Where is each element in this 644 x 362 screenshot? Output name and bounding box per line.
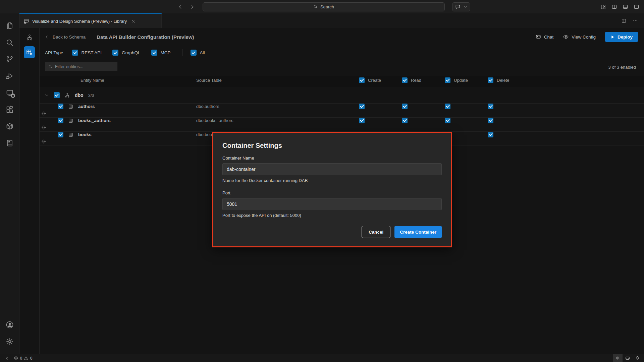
checkbox-create-all[interactable] xyxy=(359,77,365,83)
checkbox-create[interactable] xyxy=(359,118,365,123)
play-icon xyxy=(610,35,615,39)
rest-api-label[interactable]: REST API xyxy=(82,50,102,55)
view-config-label: View Config xyxy=(572,35,596,40)
checkbox-read-all[interactable] xyxy=(402,77,408,83)
dab-config-tab-selected[interactable] xyxy=(24,46,35,58)
copilot-chat-button[interactable] xyxy=(452,2,470,11)
nav-forward-icon[interactable] xyxy=(188,3,195,10)
graphql-label[interactable]: GraphQL xyxy=(122,50,141,55)
view-config-button[interactable]: View Config xyxy=(563,34,596,40)
command-center-search[interactable]: Search xyxy=(203,2,445,11)
create-container-button[interactable]: Create Container xyxy=(394,226,442,238)
checkbox-delete[interactable] xyxy=(488,104,493,109)
checkbox-read[interactable] xyxy=(402,118,408,123)
status-bar: 0 0 xyxy=(0,354,644,362)
copilot-status-icon[interactable] xyxy=(623,354,633,362)
entity-name: books xyxy=(78,132,92,137)
all-label[interactable]: All xyxy=(200,50,205,55)
checkbox-read[interactable] xyxy=(402,104,408,109)
back-to-schema-button[interactable]: Back to Schema xyxy=(45,35,86,40)
port-label: Port xyxy=(222,190,442,195)
entity-settings-gear-icon[interactable] xyxy=(40,109,48,117)
layout-customize-icon[interactable] xyxy=(600,4,606,10)
page-title: Data API Builder Configuration (Preview) xyxy=(97,34,194,40)
chat-button[interactable]: Chat xyxy=(535,34,554,40)
checkbox-all[interactable] xyxy=(191,50,197,56)
sidebar-right-icon[interactable] xyxy=(634,4,639,10)
database-icon[interactable] xyxy=(2,135,17,151)
checkbox-entity[interactable] xyxy=(58,132,63,137)
tab-close-icon[interactable] xyxy=(131,19,136,23)
cancel-button[interactable]: Cancel xyxy=(362,226,390,238)
entity-settings-gear-icon[interactable] xyxy=(40,123,48,131)
entity-settings-gear-icon[interactable] xyxy=(40,137,48,145)
checkbox-entity[interactable] xyxy=(58,118,63,123)
run-debug-icon[interactable] xyxy=(2,68,17,84)
mcp-label[interactable]: MCP xyxy=(161,50,171,55)
schema-icon xyxy=(64,93,70,98)
checkbox-graphql[interactable] xyxy=(112,50,118,56)
source-table: dbo.authors xyxy=(196,104,359,109)
copilot-icon xyxy=(535,34,541,40)
checkbox-delete[interactable] xyxy=(488,132,493,137)
chevron-down-icon[interactable] xyxy=(44,93,49,98)
container-name-group: Container Name Name for the Docker conta… xyxy=(222,156,442,183)
extensions-icon[interactable] xyxy=(2,102,17,117)
tab-visualize-design-schema[interactable]: Visualize and Design Schema (Preview) - … xyxy=(19,13,162,28)
source-table: dbo.books_authors xyxy=(196,118,359,123)
enabled-summary: 3 of 3 enabled xyxy=(608,65,636,71)
checkbox-update[interactable] xyxy=(445,104,450,109)
entity-name: authors xyxy=(78,104,95,109)
panel-bottom-icon[interactable] xyxy=(623,4,628,10)
port-group: Port Port to expose the API on (default:… xyxy=(222,190,442,218)
search-icon[interactable] xyxy=(2,35,17,50)
warning-icon xyxy=(24,356,29,361)
checkbox-rest-api[interactable] xyxy=(72,50,78,56)
vscode-window: Search xyxy=(0,0,644,362)
remote-indicator[interactable] xyxy=(2,354,11,362)
filter-entities-field[interactable] xyxy=(45,62,117,71)
explorer-icon[interactable] xyxy=(2,18,17,34)
container-name-input[interactable] xyxy=(222,163,442,175)
checkbox-delete[interactable] xyxy=(488,118,493,123)
chevron-down-icon xyxy=(464,5,467,9)
split-editor-icon[interactable] xyxy=(621,18,627,23)
checkbox-create[interactable] xyxy=(359,104,365,109)
remote-explorer-icon[interactable] xyxy=(2,85,17,101)
search-label: Search xyxy=(320,4,334,9)
split-columns-icon[interactable] xyxy=(611,4,617,10)
nav-back-icon[interactable] xyxy=(178,3,184,10)
schema-visualize-icon[interactable] xyxy=(24,32,35,43)
checkbox-group-dbo[interactable] xyxy=(54,92,60,98)
table-grid-icon xyxy=(68,104,73,109)
designer-tool-strip xyxy=(19,28,40,354)
account-icon[interactable] xyxy=(2,317,17,333)
checkbox-mcp[interactable] xyxy=(151,50,157,56)
tab-bar: Visualize and Design Schema (Preview) - … xyxy=(19,13,644,28)
filter-entities-input[interactable] xyxy=(55,64,109,69)
port-input[interactable] xyxy=(222,198,442,210)
container-icon[interactable] xyxy=(2,119,17,134)
notifications-bell-icon[interactable] xyxy=(633,354,642,362)
deploy-button[interactable]: Deploy xyxy=(605,32,638,42)
search-icon xyxy=(48,64,53,69)
checkbox-delete-all[interactable] xyxy=(488,77,493,83)
read-header: Read xyxy=(411,78,421,83)
zoom-in-icon[interactable] xyxy=(613,354,623,362)
group-name: dbo xyxy=(75,93,84,98)
problems-indicator[interactable]: 0 0 xyxy=(11,354,35,362)
checkbox-entity[interactable] xyxy=(58,104,63,109)
create-header: Create xyxy=(368,78,381,83)
activity-bar xyxy=(0,13,19,354)
settings-gear-icon[interactable] xyxy=(2,334,17,349)
eye-icon xyxy=(563,34,569,40)
checkbox-update[interactable] xyxy=(445,118,450,123)
source-control-icon[interactable] xyxy=(2,52,17,67)
more-actions-icon[interactable] xyxy=(633,18,638,23)
checkbox-update-all[interactable] xyxy=(445,77,450,83)
tab-title: Visualize and Design Schema (Preview) - … xyxy=(32,19,127,24)
table-row: books_authors dbo.books_authors xyxy=(40,117,644,131)
table-gear-icon xyxy=(26,49,33,56)
container-name-label: Container Name xyxy=(222,156,442,161)
remote-error-badge xyxy=(11,94,15,98)
